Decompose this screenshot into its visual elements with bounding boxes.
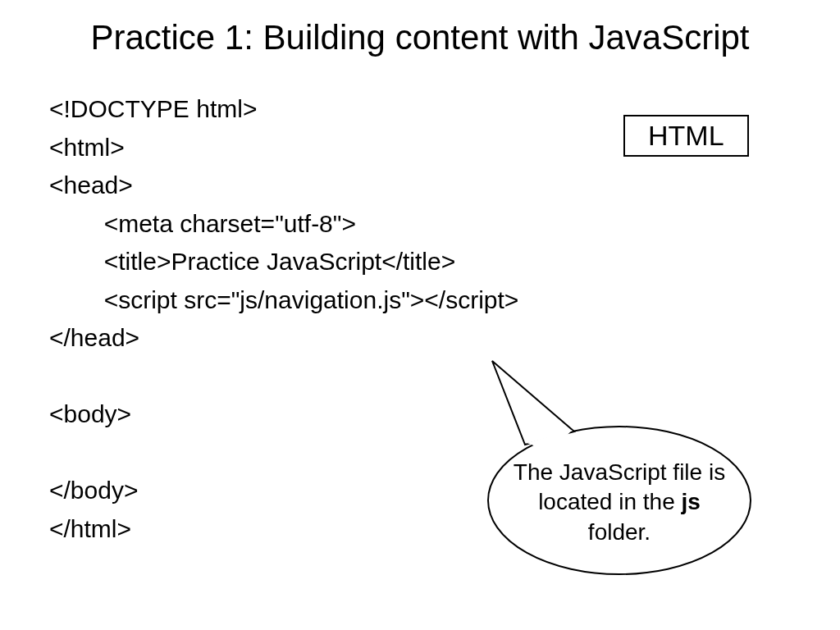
code-line: <!DOCTYPE html>	[49, 95, 257, 122]
code-line: <head>	[49, 171, 133, 199]
code-line: <html>	[49, 134, 125, 161]
code-line: <title>Practice JavaScript</title>	[49, 248, 455, 275]
code-line: </head>	[49, 324, 139, 351]
code-line: <meta charset="utf-8">	[49, 210, 356, 237]
svg-marker-1	[492, 361, 574, 445]
callout-part: folder.	[588, 519, 651, 545]
callout-bold: js	[681, 489, 700, 514]
code-line: </body>	[49, 477, 138, 504]
code-line: ipt>	[478, 286, 518, 313]
code-line: <body>	[49, 400, 131, 427]
callout-text: The JavaScript file is located in the js…	[509, 458, 730, 547]
callout-bubble: The JavaScript file is located in the js…	[443, 353, 771, 582]
code-line: <script src="js/navigation.js"></scr	[49, 286, 478, 313]
html-label-box: HTML	[623, 115, 749, 157]
slide-title: Practice 1: Building content with JavaSc…	[0, 18, 840, 57]
code-line: </html>	[49, 515, 131, 542]
